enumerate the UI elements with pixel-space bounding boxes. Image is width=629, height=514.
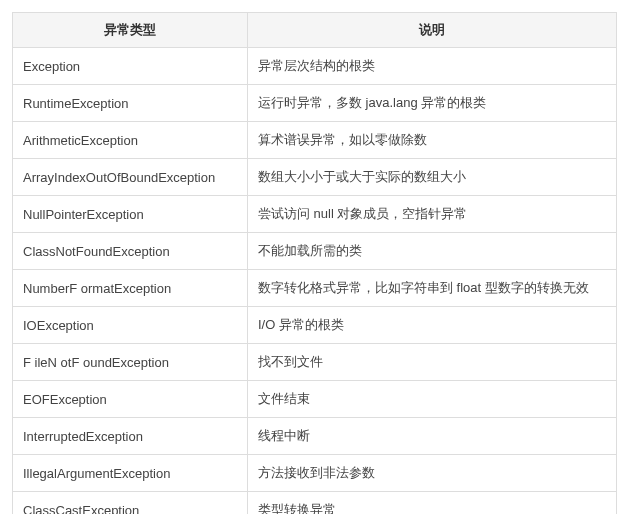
- cell-type: ArrayIndexOutOfBoundException: [13, 159, 248, 196]
- table-row: EOFException文件结束: [13, 381, 617, 418]
- exception-table: 异常类型 说明 Exception异常层次结构的根类RuntimeExcepti…: [12, 12, 617, 514]
- table-row: ArrayIndexOutOfBoundException数组大小小于或大于实际…: [13, 159, 617, 196]
- header-desc: 说明: [248, 13, 617, 48]
- table-row: InterruptedException线程中断: [13, 418, 617, 455]
- table-row: F ileN otF oundException找不到文件: [13, 344, 617, 381]
- cell-type: InterruptedException: [13, 418, 248, 455]
- cell-desc: 算术谱误异常，如以零做除数: [248, 122, 617, 159]
- cell-type: EOFException: [13, 381, 248, 418]
- table-row: NumberF ormatException数字转化格式异常，比如字符串到 fl…: [13, 270, 617, 307]
- cell-desc: 文件结束: [248, 381, 617, 418]
- table-row: IllegalArgumentException方法接收到非法参数: [13, 455, 617, 492]
- table-row: Exception异常层次结构的根类: [13, 48, 617, 85]
- cell-type: ClassCastException: [13, 492, 248, 515]
- cell-type: NumberF ormatException: [13, 270, 248, 307]
- cell-desc: 数字转化格式异常，比如字符串到 float 型数字的转换无效: [248, 270, 617, 307]
- table-row: ClassNotFoundException不能加载所需的类: [13, 233, 617, 270]
- cell-type: F ileN otF oundException: [13, 344, 248, 381]
- cell-desc: 线程中断: [248, 418, 617, 455]
- table-row: ArithmeticException算术谱误异常，如以零做除数: [13, 122, 617, 159]
- table-header-row: 异常类型 说明: [13, 13, 617, 48]
- cell-type: NullPointerException: [13, 196, 248, 233]
- cell-desc: 不能加载所需的类: [248, 233, 617, 270]
- cell-desc: 尝试访问 null 对象成员，空指针异常: [248, 196, 617, 233]
- cell-desc: 数组大小小于或大于实际的数组大小: [248, 159, 617, 196]
- table-row: IOExceptionI/O 异常的根类: [13, 307, 617, 344]
- cell-desc: 类型转换异常: [248, 492, 617, 515]
- table-row: RuntimeException运行时异常，多数 java.lang 异常的根类: [13, 85, 617, 122]
- table-row: ClassCastException类型转换异常: [13, 492, 617, 515]
- cell-type: ClassNotFoundException: [13, 233, 248, 270]
- cell-type: Exception: [13, 48, 248, 85]
- cell-desc: 方法接收到非法参数: [248, 455, 617, 492]
- table-row: NullPointerException尝试访问 null 对象成员，空指针异常: [13, 196, 617, 233]
- cell-type: IllegalArgumentException: [13, 455, 248, 492]
- cell-desc: 找不到文件: [248, 344, 617, 381]
- cell-type: IOException: [13, 307, 248, 344]
- cell-type: ArithmeticException: [13, 122, 248, 159]
- header-type: 异常类型: [13, 13, 248, 48]
- cell-desc: 异常层次结构的根类: [248, 48, 617, 85]
- cell-desc: I/O 异常的根类: [248, 307, 617, 344]
- cell-type: RuntimeException: [13, 85, 248, 122]
- cell-desc: 运行时异常，多数 java.lang 异常的根类: [248, 85, 617, 122]
